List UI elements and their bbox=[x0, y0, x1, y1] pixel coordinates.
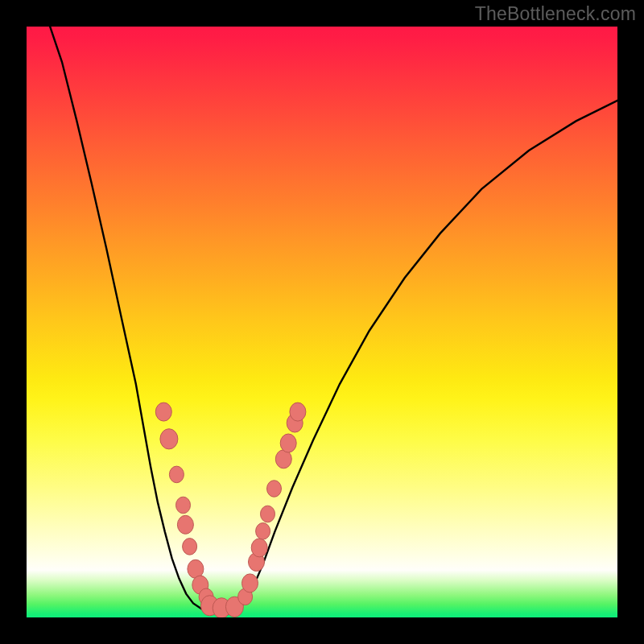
bottleneck-curve bbox=[46, 27, 617, 610]
data-marker bbox=[261, 506, 275, 522]
data-marker bbox=[155, 402, 171, 421]
data-marker bbox=[160, 429, 178, 449]
data-marker bbox=[290, 402, 306, 421]
data-marker bbox=[177, 515, 193, 534]
data-marker bbox=[251, 539, 267, 557]
data-marker bbox=[169, 466, 184, 483]
curve-layer bbox=[27, 27, 617, 617]
data-marker bbox=[176, 497, 191, 514]
data-marker bbox=[183, 539, 197, 555]
watermark-label: TheBottleneck.com bbox=[475, 3, 636, 25]
data-marker bbox=[242, 574, 258, 592]
data-marker bbox=[256, 523, 270, 540]
data-marker bbox=[267, 481, 282, 497]
chart-frame: TheBottleneck.com bbox=[0, 0, 644, 644]
data-marker bbox=[280, 434, 296, 452]
plot-area bbox=[27, 27, 617, 617]
